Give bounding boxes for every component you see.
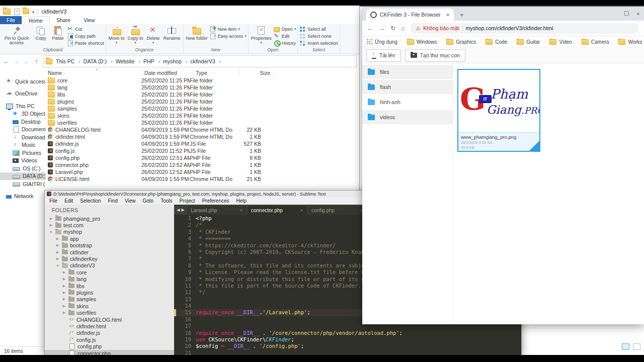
tab-scroll-left-icon[interactable]: ◀ <box>177 208 180 212</box>
up-icon[interactable] <box>33 58 40 65</box>
ribbon-cut-button[interactable]: Cut <box>67 26 104 32</box>
sidebar-item-documents[interactable]: Documents <box>0 126 45 134</box>
tree-item-lang[interactable]: ▶lang <box>45 276 174 283</box>
menu-selection[interactable]: Selection <box>76 198 104 204</box>
file-row[interactable]: ckfinder.html04/09/2019 1:59 PMChrome HT… <box>45 133 359 140</box>
forward-icon[interactable] <box>13 58 20 65</box>
bookmark-code[interactable]: Code <box>486 39 507 45</box>
file-card[interactable]: G IT Phạm Giang.PRO www_phamgiang_pro.pn… <box>457 69 540 152</box>
tree-item-myshop[interactable]: ▼myshop <box>45 229 174 235</box>
tree-item-plugins[interactable]: ▶plugins <box>45 289 174 296</box>
ribbon-copy-to-button[interactable]: Copy to▾ <box>127 25 144 47</box>
sidebar-item-os-c[interactable]: OS (C:) <box>0 164 45 172</box>
new-tab-icon[interactable] <box>460 12 464 18</box>
sidebar-item-giaitri-e[interactable]: GIAITRI (E:) <box>0 180 45 188</box>
tree-item-bootstrap[interactable]: ▶bootstrap <box>45 242 174 249</box>
ribbon-select-none-button[interactable]: Select none <box>299 33 338 39</box>
ribbon-new-item-button[interactable]: New item▾ <box>210 26 247 32</box>
sidebar-item-videos[interactable]: Videos <box>0 157 45 165</box>
bookmark-guitar[interactable]: Guitar <box>517 39 540 45</box>
reload-icon[interactable] <box>390 25 395 31</box>
menu-file[interactable]: File <box>46 198 61 204</box>
file-row[interactable]: skins25/02/2020 11:26 PMFile folder <box>45 112 359 119</box>
menu-edit[interactable]: Edit <box>61 198 76 204</box>
file-row[interactable]: ckfinder.js04/09/2019 1:59 PMJS File527 … <box>45 140 359 147</box>
sidebar-item-data-d[interactable]: DATA (D:) <box>0 172 45 180</box>
tree-item-userfiles[interactable]: ▶userfiles <box>45 309 174 316</box>
column-header-type[interactable]: Type <box>193 68 239 77</box>
bookmark-windows[interactable]: Windows <box>407 39 437 45</box>
breadcrumb-segment[interactable]: Website <box>115 58 142 64</box>
t-o-th-m-c-con-button[interactable]: Tạo thư mục con <box>405 49 465 62</box>
column-header-size[interactable]: Size <box>239 68 274 77</box>
ribbon-open-button[interactable]: Open▾ <box>274 26 296 32</box>
menu-preferences[interactable]: Preferences <box>199 198 233 204</box>
back-icon[interactable] <box>3 58 10 65</box>
browser-back-icon[interactable] <box>367 25 373 31</box>
file-row[interactable]: config.php26/02/2020 12:51 AMPHP File8 K… <box>45 154 359 161</box>
details-view-icon[interactable] <box>633 343 640 350</box>
file-row[interactable]: lang25/02/2020 11:26 PMFile folder <box>45 84 359 91</box>
file-row[interactable]: core25/02/2020 11:25 PMFile folder <box>45 77 359 84</box>
file-row[interactable]: CHANGELOG.html04/09/2019 1:59 PMChrome H… <box>45 126 359 133</box>
tree-item-test-com[interactable]: ▶test.com <box>45 222 174 228</box>
ckfinder-folder-files[interactable]: files <box>362 65 453 79</box>
column-header-name[interactable]: Name <box>45 68 142 77</box>
ribbon-paste-shortcut-button[interactable]: Paste shortcut <box>67 40 104 46</box>
security-warning-icon[interactable] <box>416 25 420 31</box>
ckfinder-folder-videos[interactable]: videos <box>362 110 453 124</box>
file-row[interactable]: Laravel.php26/02/2020 12:52 AMPHP File1 … <box>45 168 359 175</box>
column-header-date-modified[interactable]: Date modified <box>142 68 193 77</box>
tree-item-config-php[interactable]: config.php <box>45 343 174 349</box>
file-row[interactable]: libs25/02/2020 11:26 PMFile folder <box>45 91 359 98</box>
file-row[interactable]: config.js25/02/2020 11:52 PMJS File1 KB <box>45 147 359 154</box>
tree-item-config-js[interactable]: /*config.js <box>45 336 174 343</box>
file-row[interactable]: connector.php26/02/2020 12:52 AMPHP File… <box>45 161 359 168</box>
security-warning-text[interactable]: Không bảo mật <box>423 25 459 31</box>
tree-item-core[interactable]: ▶core <box>45 269 174 276</box>
menu-find[interactable]: Find <box>105 198 121 204</box>
t-i-l-n-button[interactable]: Tải lên <box>366 49 401 62</box>
breadcrumb-segment[interactable]: PHP <box>142 58 162 64</box>
editor-tab-config-php[interactable]: config.php✕ <box>308 206 367 215</box>
breadcrumb-segment[interactable]: myshop <box>162 58 189 64</box>
tree-item-ckfinder-html[interactable]: <>ckfinder.html <box>45 323 174 329</box>
home-icon[interactable] <box>401 25 405 31</box>
ckfinder-folder-hinh-anh[interactable]: hinh-anh <box>362 95 453 109</box>
sidebar-item-this-pc[interactable]: This PC <box>0 102 45 110</box>
tree-item-libs[interactable]: ▶libs <box>45 283 174 289</box>
recent-locations-icon[interactable] <box>23 58 30 65</box>
list-view-icon[interactable] <box>622 343 629 350</box>
tab-scroll-arrows[interactable]: ◀▶ <box>174 205 187 215</box>
tab-close-icon[interactable]: ✕ <box>300 208 303 213</box>
ribbon-invert-selection-button[interactable]: Invert selection <box>299 40 338 46</box>
tree-item-skins[interactable]: ▶skins <box>45 303 174 309</box>
tree-item-ckfinder[interactable]: ▶ckfinder <box>45 249 174 255</box>
tree-item-phamgiang-pro[interactable]: ▶phamgiang_pro <box>45 215 174 222</box>
bookmark-ng-d-ng[interactable]: Ứng dụng <box>367 39 397 45</box>
tab-scroll-right-icon[interactable]: ▶ <box>182 208 185 212</box>
tree-item-ckfinderkey[interactable]: ▶ckfinderKey <box>45 255 174 262</box>
ribbon-paste-button[interactable]: Paste <box>50 25 66 47</box>
menu-goto[interactable]: Goto <box>139 198 157 204</box>
sidebar-item-downloads[interactable]: Downloads <box>0 133 45 141</box>
restore-icon[interactable] <box>624 11 629 16</box>
ckfinder-folder-flash[interactable]: flash <box>362 80 453 94</box>
breadcrumb-segment[interactable]: ckfinderV3 <box>189 58 223 64</box>
close-icon[interactable] <box>636 9 640 18</box>
browser-forward-icon[interactable] <box>379 25 385 31</box>
menu-view[interactable]: View <box>121 198 139 204</box>
sidebar-item-network[interactable]: Network <box>0 193 45 201</box>
file-row[interactable]: userfiles25/02/2020 11:26 PMFile folder <box>45 119 359 126</box>
ribbon-delete-button[interactable]: Delete▾ <box>145 25 162 47</box>
sidebar-item-onedrive[interactable]: OneDrive <box>0 90 45 98</box>
bookmark-graphics[interactable]: Graphics <box>446 39 476 45</box>
ribbon-edit-button[interactable]: Edit <box>274 33 296 39</box>
browser-tab[interactable]: CKFinder 3 - File Browser <box>366 9 454 21</box>
qat-properties-icon[interactable] <box>14 8 20 15</box>
tree-item-changelog-html[interactable]: <>CHANGELOG.html <box>45 316 174 323</box>
ribbon-rename-button[interactable]: Rename <box>163 25 182 47</box>
tree-item-app[interactable]: ▶app <box>45 235 174 242</box>
tree-item-ckfinderv3[interactable]: ▼ckfinderV3 <box>45 262 174 269</box>
breadcrumb-segment[interactable]: DATA (D:) <box>83 58 115 64</box>
